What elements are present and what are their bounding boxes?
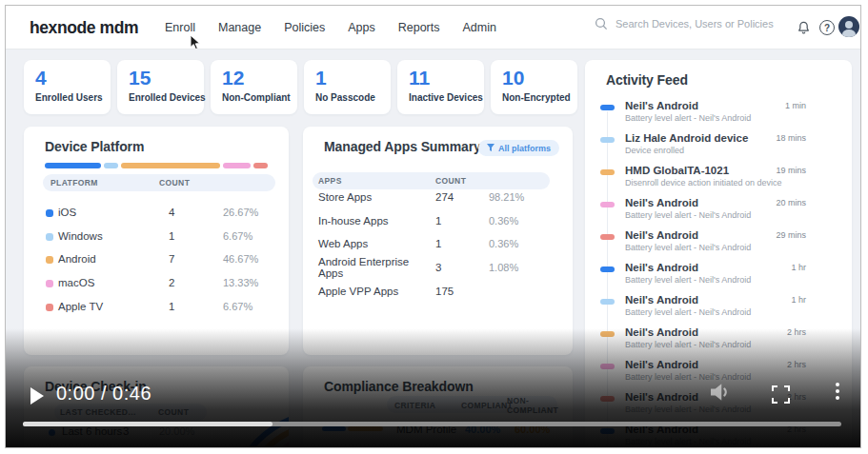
platform-filter-button[interactable]: All platforms bbox=[478, 140, 559, 156]
feed-item-title: Neil's Android bbox=[625, 100, 698, 111]
kpi-card[interactable]: 1 No Passcode bbox=[304, 60, 391, 114]
help-button[interactable]: ? bbox=[817, 17, 838, 38]
filter-label: All platforms bbox=[498, 144, 551, 153]
feed-item-marker bbox=[600, 428, 615, 434]
feed-item-marker bbox=[600, 396, 615, 402]
panel-title: Activity Feed bbox=[606, 72, 688, 88]
bell-icon bbox=[796, 19, 812, 36]
kpi-card[interactable]: 11 Inactive Devices bbox=[397, 60, 484, 114]
feed-item[interactable]: Neil's Android Battery level alert - Nei… bbox=[585, 294, 852, 326]
top-navbar: hexnode mdm EnrollManagePoliciesAppsRepo… bbox=[6, 6, 860, 49]
kpi-card[interactable]: 12 Non-Compliant bbox=[211, 60, 297, 114]
app-percent: 0.36% bbox=[489, 215, 550, 227]
app-percent: 0.36% bbox=[489, 238, 550, 249]
platform-percent: 13.33% bbox=[223, 277, 281, 288]
feed-item-marker bbox=[600, 105, 615, 110]
table-header: LAST CHECKED... COUNT bbox=[54, 404, 207, 421]
kpi-card[interactable]: 15 Enrolled Devices bbox=[117, 60, 204, 114]
search-input[interactable] bbox=[616, 18, 797, 30]
kpi-label: Enrolled Devices bbox=[129, 92, 204, 103]
feed-item-time: 2 hrs bbox=[787, 360, 806, 369]
bar-segment bbox=[253, 163, 268, 168]
column-non-compliant: NON-COMPLIANT bbox=[507, 396, 558, 415]
platform-count: 1 bbox=[169, 230, 223, 242]
panel-title: Compliance Breakdown bbox=[324, 379, 474, 394]
fullscreen-icon[interactable] bbox=[772, 385, 790, 404]
table-row: Store Apps 274 98.21% bbox=[318, 186, 550, 209]
platform-color-dot bbox=[46, 256, 53, 264]
kpi-cards: 4 Enrolled Users 15 Enrolled Devices 12 … bbox=[24, 60, 577, 114]
feed-item-time: 18 mins bbox=[776, 133, 806, 143]
platform-count: 2 bbox=[169, 277, 223, 288]
app-type: Android Enterprise Apps bbox=[318, 256, 435, 279]
non-compliant-bar-segment bbox=[348, 426, 383, 431]
platform-color-dot bbox=[46, 233, 53, 241]
checkin-range: Last 6 hours bbox=[62, 425, 123, 437]
app-count: 3 bbox=[435, 262, 489, 273]
feed-item[interactable]: Liz Hale Android device Device enrolled … bbox=[585, 132, 852, 165]
search-icon bbox=[595, 17, 608, 30]
kpi-card[interactable]: 4 Enrolled Users bbox=[24, 60, 111, 114]
column-platform: PLATFORM bbox=[50, 178, 159, 188]
feed-item-title: Neil's Android bbox=[625, 229, 698, 241]
feed-item-time: 2 hrs bbox=[787, 327, 806, 337]
notifications-bell-button[interactable] bbox=[793, 17, 814, 38]
platform-name: Apple TV bbox=[58, 301, 169, 312]
menu-item[interactable]: Admin bbox=[463, 21, 496, 34]
app-count: 1 bbox=[435, 238, 489, 249]
menu-item[interactable]: Policies bbox=[284, 21, 325, 34]
menu-item[interactable]: Apps bbox=[348, 21, 375, 34]
feed-item-subtitle: Battery level alert - Neil's Android bbox=[625, 340, 751, 349]
feed-item-marker bbox=[600, 266, 615, 272]
platform-percent: 6.67% bbox=[223, 230, 275, 242]
managed-apps-panel: Managed Apps Summary All platforms APPS … bbox=[303, 127, 573, 355]
kpi-label: Enrolled Users bbox=[35, 92, 111, 103]
global-search[interactable] bbox=[595, 17, 797, 30]
platform-stacked-bar bbox=[45, 163, 268, 168]
kpi-value: 4 bbox=[35, 67, 111, 89]
app-percent: 1.08% bbox=[489, 262, 550, 273]
platform-count: 4 bbox=[169, 207, 223, 218]
feed-item-marker bbox=[600, 169, 615, 175]
user-avatar[interactable] bbox=[838, 16, 859, 37]
feed-item-title: Neil's Android bbox=[625, 197, 698, 208]
table-row: Web Apps 1 0.36% bbox=[318, 232, 550, 256]
bar-segment bbox=[121, 163, 220, 168]
feed-item-title: Neil's Android bbox=[625, 294, 698, 306]
table-row: Android Enterprise Apps 3 1.08% bbox=[318, 256, 550, 280]
feed-item-title: HMD GlobalTA-1021 bbox=[625, 165, 729, 176]
bar-segment bbox=[104, 163, 118, 168]
kpi-card[interactable]: 10 Non-Encrypted bbox=[491, 60, 577, 114]
video-timestamp: 0:00 / 0:46 bbox=[56, 383, 151, 405]
menu-item[interactable]: Reports bbox=[398, 21, 440, 34]
feed-item[interactable]: Neil's Android Battery level alert - Nei… bbox=[585, 262, 852, 294]
volume-icon[interactable] bbox=[706, 378, 735, 406]
feed-item[interactable]: Neil's Android Battery level alert - Nei… bbox=[585, 326, 852, 359]
app-frame: hexnode mdm EnrollManagePoliciesAppsRepo… bbox=[5, 5, 861, 448]
play-button[interactable] bbox=[30, 387, 44, 405]
column-count: COUNT bbox=[435, 176, 489, 186]
apps-table: Store Apps 274 98.21% In-house Apps 1 0.… bbox=[318, 186, 550, 303]
feed-item[interactable]: Neil's Android Battery level alert - Nei… bbox=[585, 100, 852, 132]
question-mark-icon: ? bbox=[819, 20, 835, 35]
menu-item[interactable]: Enroll bbox=[165, 21, 195, 34]
feed-item-title: Neil's Android bbox=[625, 326, 698, 338]
feed-item-time: 20 mins bbox=[776, 198, 806, 207]
app-percent: 98.21% bbox=[489, 191, 550, 203]
device-checkin-panel: Device Check-in LAST CHECKED... COUNT La… bbox=[24, 366, 289, 448]
kpi-value: 1 bbox=[315, 67, 391, 89]
feed-item-title: Liz Hale Android device bbox=[625, 132, 748, 144]
feed-item[interactable]: Neil's Android Battery level alert - Nei… bbox=[585, 229, 852, 262]
kpi-value: 15 bbox=[129, 67, 204, 89]
feed-item[interactable]: HMD GlobalTA-1021 Disenroll device actio… bbox=[585, 165, 852, 197]
platform-name: Android bbox=[58, 253, 169, 265]
platform-name: iOS bbox=[58, 207, 169, 218]
video-menu-kebab-icon[interactable] bbox=[836, 383, 839, 400]
platform-percent: 26.67% bbox=[223, 207, 281, 218]
feed-item[interactable]: Neil's Android Battery level alert - Nei… bbox=[585, 197, 852, 229]
menu-item[interactable]: Manage bbox=[218, 21, 261, 34]
video-scrubber[interactable] bbox=[23, 422, 841, 426]
feed-item[interactable]: Neil's Android Battery level alert - Nei… bbox=[585, 424, 852, 448]
column-compliant: COMPLIANT bbox=[461, 401, 507, 410]
table-row: Windows 1 6.67% bbox=[46, 225, 275, 248]
